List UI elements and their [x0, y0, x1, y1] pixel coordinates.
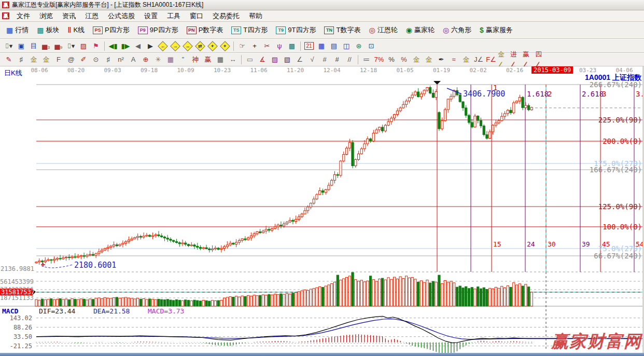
- menu-item-设置[interactable]: 设置: [139, 10, 162, 22]
- grid-123-icon[interactable]: ▦: [214, 54, 227, 65]
- percent-lines-icon[interactable]: %: [398, 54, 410, 65]
- ying-grid-icon[interactable]: 赢: [202, 54, 214, 65]
- quote-marks-icon[interactable]: ”: [177, 54, 189, 65]
- page-select-icon[interactable]: ▨: [77, 40, 90, 52]
- toolbar-button-winner-wheel[interactable]: ◉赢家轮: [402, 23, 439, 37]
- menu-item-资讯[interactable]: 资讯: [58, 10, 80, 22]
- window-layout-icon[interactable]: ▣: [15, 40, 27, 52]
- measure-set-icon[interactable]: ≔: [360, 54, 373, 65]
- grid-lines-icon[interactable]: ♯: [15, 54, 27, 65]
- gold-circle-icon[interactable]: 金: [410, 54, 423, 65]
- toolbar-button-t-square[interactable]: TST四方形: [227, 23, 272, 37]
- period-9-icon[interactable]: ▅₉: [52, 40, 65, 52]
- shift-right-icon[interactable]: →: [169, 40, 181, 52]
- save-icon[interactable]: ◫: [340, 40, 353, 52]
- notes-icon[interactable]: ▤: [328, 40, 340, 52]
- toolbar-button-quotes[interactable]: ▦行情: [2, 23, 33, 37]
- gold-angle-icon[interactable]: 金∠: [497, 54, 510, 65]
- menu-item-公式选股[interactable]: 公式选股: [103, 10, 139, 22]
- square-web-icon[interactable]: ▦: [164, 54, 177, 65]
- time-circle-icon[interactable]: ⊙: [90, 54, 102, 65]
- gold-grid-2-icon[interactable]: 金: [40, 54, 52, 65]
- frame-tool-icon[interactable]: ▭: [244, 54, 256, 65]
- parallel-lines-icon[interactable]: //: [343, 54, 356, 65]
- j-angle-icon[interactable]: J∠: [472, 54, 485, 65]
- toolbar-button-gann-wheel[interactable]: ◎江恩轮: [365, 23, 401, 37]
- toolbar-button-hexagon[interactable]: ◎六角形: [439, 23, 475, 37]
- grid-a-icon[interactable]: #: [318, 54, 331, 65]
- star-web-icon[interactable]: ✳: [152, 54, 164, 65]
- toolbar-button-kline[interactable]: ‖K线: [63, 23, 89, 37]
- ying-angle-icon[interactable]: 赢∠: [522, 54, 535, 65]
- period-3-icon[interactable]: ▅₃: [40, 40, 52, 52]
- maze-tool-icon[interactable]: ▩: [286, 40, 298, 52]
- zoom-out-all-icon[interactable]: +: [219, 40, 231, 52]
- shift-left-icon[interactable]: ←: [157, 40, 169, 52]
- info-panel-icon[interactable]: 目: [27, 40, 40, 52]
- pen-note-icon[interactable]: ✒: [435, 54, 447, 65]
- compress-bars-icon[interactable]: ⇄: [194, 40, 206, 52]
- menu-item-文件[interactable]: 文件: [12, 10, 35, 22]
- f-angle-icon[interactable]: F∠: [485, 54, 497, 65]
- print-icon[interactable]: ⊡: [365, 40, 377, 52]
- toolbar-button-t9-square[interactable]: T99T四方形: [272, 23, 320, 37]
- jin-angle-icon[interactable]: 进∠: [510, 54, 522, 65]
- macd-pane-label[interactable]: MACD: [2, 307, 18, 315]
- zoom-in-all-icon[interactable]: +: [206, 40, 219, 52]
- n-square-icon[interactable]: n²: [115, 54, 127, 65]
- last-screen-icon[interactable]: ▮▶: [119, 40, 132, 52]
- hexagon-icon: ◎: [443, 26, 449, 34]
- svg-text:143.02: 143.02: [10, 314, 32, 322]
- chart-area[interactable]: 3406.79002180.6001266.67%(240)225.0%(90)…: [0, 66, 644, 353]
- pattern-box-icon[interactable]: ▧: [281, 54, 293, 65]
- calendar-icon[interactable]: 21: [303, 40, 315, 52]
- gann-compass-icon[interactable]: ⊕: [139, 54, 152, 65]
- grid-b-icon[interactable]: #: [331, 54, 343, 65]
- crosshair-tool-icon[interactable]: +: [248, 40, 261, 52]
- zoom-horizontal-icon[interactable]: ↔: [181, 40, 194, 52]
- toolbar-button-p-number-table[interactable]: PNP数字表: [183, 23, 228, 37]
- percent-down-icon[interactable]: 7%: [373, 54, 385, 65]
- gold-underline-icon[interactable]: 金: [460, 54, 472, 65]
- menu-item-江恩[interactable]: 江恩: [80, 10, 103, 22]
- brush-red-icon[interactable]: ✐: [77, 54, 90, 65]
- chart-type-dropdown-icon[interactable]: ⌷▾: [3, 40, 15, 52]
- spiral-tool-icon[interactable]: @: [65, 54, 77, 65]
- percent-icon[interactable]: %: [385, 54, 398, 65]
- prev-bar-icon[interactable]: ◀: [132, 40, 144, 52]
- menu-item-工具[interactable]: 工具: [162, 10, 185, 22]
- check-lines-icon[interactable]: √: [306, 54, 318, 65]
- toolbar-button-winner-service[interactable]: $赢家服务: [475, 23, 517, 37]
- hand-tool-icon[interactable]: ☞: [236, 40, 248, 52]
- gann-fan-icon[interactable]: ∡: [256, 54, 269, 65]
- menu-item-窗口[interactable]: 窗口: [185, 10, 208, 22]
- style-flag-icon[interactable]: ⚑: [90, 40, 102, 52]
- next-bar-icon[interactable]: ▶: [144, 40, 157, 52]
- mirror-a-icon[interactable]: A: [127, 54, 139, 65]
- si-angle-icon[interactable]: 四∠: [535, 54, 547, 65]
- f-ruler-icon[interactable]: F: [52, 54, 65, 65]
- toolbar-button-p-square[interactable]: PSP四方形: [89, 23, 134, 37]
- fan-box-icon[interactable]: ▨: [269, 54, 281, 65]
- brush-tool-icon[interactable]: ✎: [3, 54, 15, 65]
- gold-grid-1-icon[interactable]: 金: [27, 54, 40, 65]
- toolbar-button-t-number-table[interactable]: TNT数字表: [320, 23, 365, 37]
- menu-item-帮助[interactable]: 帮助: [244, 10, 267, 22]
- menu-item-交易委托[interactable]: 交易委托: [208, 10, 244, 22]
- wave-tool-icon[interactable]: ≈: [447, 54, 460, 65]
- hash-lines-icon[interactable]: ♯: [102, 54, 115, 65]
- calculator-icon[interactable]: ▦: [315, 40, 328, 52]
- width-measure-icon[interactable]: ↔: [227, 54, 239, 65]
- menu-item-浏览[interactable]: 浏览: [35, 10, 58, 22]
- kline-period-dropdown-icon[interactable]: ⌷▾: [65, 40, 77, 52]
- first-screen-icon[interactable]: ◀▮: [107, 40, 119, 52]
- fork-tool-icon[interactable]: ψ: [273, 40, 286, 52]
- export-web-icon[interactable]: ⊛: [353, 40, 365, 52]
- shen-grid-icon[interactable]: 神: [189, 54, 202, 65]
- title-bar[interactable]: 赢 赢家江恩专业版[赢家内部服务平台] - [上证指数 SH1A0001-167…: [0, 0, 644, 10]
- toolbar-button-p9-square[interactable]: P99P四方形: [134, 23, 183, 37]
- angle-lines-icon[interactable]: ∠: [293, 54, 306, 65]
- angle-cut-tool-icon[interactable]: ✂: [261, 40, 273, 52]
- gold-levels-icon[interactable]: 金: [423, 54, 435, 65]
- toolbar-button-sectors[interactable]: ▩板块: [33, 23, 63, 37]
